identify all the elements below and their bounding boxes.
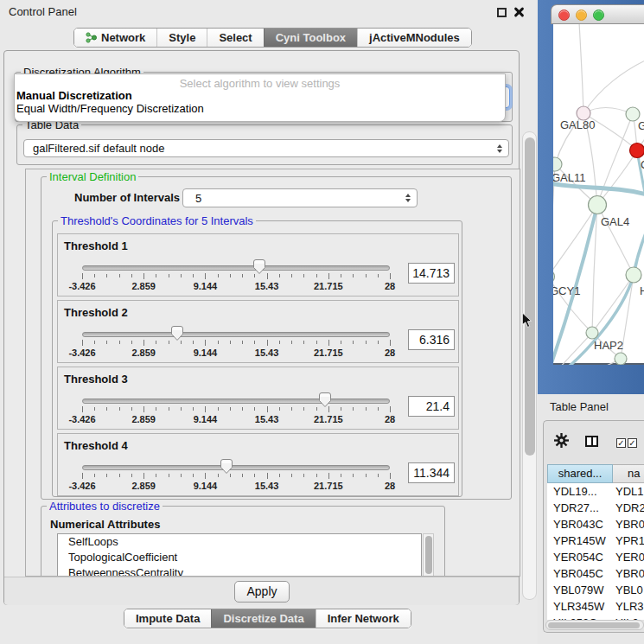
- column-header-name[interactable]: na: [613, 464, 644, 483]
- attribute-item[interactable]: SelfLoops: [58, 534, 421, 550]
- network-node[interactable]: [553, 157, 562, 171]
- table-row[interactable]: YBL079WYBL0: [547, 582, 644, 598]
- network-node[interactable]: [626, 267, 641, 283]
- table-row[interactable]: YDL19...YDL1: [547, 483, 644, 500]
- table-rows: YDL19...YDL1YDR27...YDR2YBR043CYBR0YPR14…: [547, 483, 644, 620]
- numerical-attributes-list[interactable]: SelfLoopsTopologicalCoefficientBetweenne…: [57, 533, 422, 577]
- tab-network[interactable]: Network: [74, 29, 156, 47]
- algorithm-option[interactable]: Manual Discretization: [15, 89, 505, 102]
- thresholds-group: Threshold's Coordinates for 5 Intervals …: [52, 220, 462, 497]
- tab-cyni-toolbox[interactable]: Cyni Toolbox: [264, 29, 357, 47]
- minimize-light-icon[interactable]: [576, 10, 587, 21]
- threshold-label: Threshold 1: [64, 239, 128, 252]
- number-of-intervals-combobox[interactable]: 5: [182, 188, 418, 207]
- attributes-group-label: Attributes to discretize: [47, 500, 163, 513]
- network-window-titlebar[interactable]: [551, 4, 644, 24]
- tab-style[interactable]: Style: [156, 29, 207, 47]
- slider-track[interactable]: [82, 332, 390, 337]
- number-of-intervals-label: Number of Intervals: [74, 191, 180, 204]
- table-panel-title: Table Panel: [550, 400, 609, 413]
- network-desktop: GAL80GACGAL11GAL4GCY1HHAP2: [538, 0, 644, 394]
- stepper-icon: [405, 194, 411, 202]
- network-graph: GAL80GACGAL11GAL4GCY1HHAP2: [553, 24, 644, 365]
- table-row[interactable]: YER054CYER0: [547, 549, 644, 565]
- slider-ticks: [82, 473, 390, 480]
- slider-ticks: [82, 273, 390, 280]
- table-row[interactable]: YBR045CYBR0: [547, 565, 644, 582]
- zoom-light-icon[interactable]: [593, 10, 604, 21]
- network-node-label: GCY1: [553, 284, 580, 297]
- cyni-toolbox-pane: Discretization Algorithm Select algorith…: [3, 50, 520, 605]
- table-data-combobox[interactable]: galFiltered.sif default node: [23, 139, 509, 157]
- threshold-value-field[interactable]: 11.344: [408, 462, 455, 483]
- network-node[interactable]: [630, 143, 644, 158]
- threshold-panel: Threshold 4 -3.4262.8599.14415.4321.7152…: [57, 433, 459, 496]
- tab-jactivemnodules[interactable]: jActiveMNodules: [357, 29, 471, 47]
- float-window-icon[interactable]: [497, 8, 507, 17]
- attributes-scrollbar[interactable]: [423, 533, 434, 577]
- settings-viewport: Interval Definition Number of Intervals …: [25, 169, 520, 577]
- attribute-item[interactable]: BetweennessCentrality: [58, 565, 421, 577]
- checkbox-icon[interactable]: ✓: [616, 438, 626, 448]
- network-node-label: HAP2: [594, 339, 623, 352]
- network-node-label: GAL80: [560, 118, 595, 131]
- network-node-label: GAL11: [553, 171, 586, 184]
- slider-track[interactable]: [82, 265, 390, 271]
- apply-row: Apply: [4, 577, 519, 605]
- tab-impute-data[interactable]: Impute Data: [124, 609, 211, 628]
- slider-track[interactable]: [82, 465, 390, 470]
- threshold-value-field[interactable]: 6.316: [408, 329, 455, 350]
- slider-track[interactable]: [82, 399, 390, 404]
- threshold-value-field[interactable]: 21.4: [408, 396, 455, 417]
- attribute-item[interactable]: TopologicalCoefficient: [58, 550, 421, 565]
- numerical-attributes-label: Numerical Attributes: [50, 518, 160, 531]
- control-panel-tabs: NetworkStyleSelectCyni ToolboxjActiveMNo…: [73, 28, 472, 48]
- table-row[interactable]: YBR043CYBR0: [547, 516, 644, 532]
- tab-discretize-data[interactable]: Discretize Data: [211, 609, 315, 628]
- panel-vertical-scrollbar[interactable]: [522, 131, 537, 600]
- apply-button[interactable]: Apply: [234, 581, 290, 603]
- network-node-label: C: [641, 158, 644, 171]
- network-canvas[interactable]: GAL80GACGAL11GAL4GCY1HHAP2: [553, 24, 644, 365]
- slider-tick-labels: -3.4262.8599.14415.4321.71528: [82, 348, 390, 358]
- interval-definition-group: Interval Definition Number of Intervals …: [41, 176, 512, 500]
- table-row[interactable]: YDR27...YDR2: [547, 500, 644, 516]
- cyni-mode-tabs: Impute DataDiscretize DataInfer Network: [124, 609, 411, 628]
- network-node[interactable]: [586, 327, 598, 339]
- network-node-label: H: [640, 284, 644, 297]
- app-root: Control Panel NetworkStyleSelectCyni Too…: [0, 0, 644, 644]
- slider-tick-labels: -3.4262.8599.14415.4321.71528: [82, 481, 390, 491]
- node-table-panel: ✓ ✓ shared... na YDL19...YDL1YDR27...YDR…: [543, 420, 644, 633]
- attributes-group: Attributes to discretize Numerical Attri…: [41, 506, 445, 577]
- threshold-label: Threshold 2: [64, 306, 128, 319]
- network-node[interactable]: [553, 271, 555, 284]
- column-header-shared-name[interactable]: shared...: [547, 464, 613, 483]
- close-icon[interactable]: [513, 6, 524, 17]
- stepper-icon: [497, 144, 502, 153]
- table-horizontal-scrollbar[interactable]: [545, 620, 644, 630]
- checkbox-icon[interactable]: ✓: [628, 438, 637, 448]
- slider-ticks: [82, 406, 390, 413]
- threshold-panel: Threshold 3 -3.4262.8599.14415.4321.7152…: [57, 367, 459, 430]
- table-row[interactable]: YLR345WYLR3: [547, 598, 644, 615]
- algorithm-option[interactable]: Equal Width/Frequency Discretization: [15, 102, 505, 115]
- slider-tick-labels: -3.4262.8599.14415.4321.71528: [82, 414, 390, 424]
- mouse-cursor-icon: [522, 313, 532, 328]
- algorithm-prompt: Select algorithm to view settings: [15, 74, 505, 89]
- tab-infer-network[interactable]: Infer Network: [316, 609, 411, 628]
- threshold-value-field[interactable]: 14.713: [408, 263, 455, 284]
- panel-title: Control Panel: [9, 5, 77, 18]
- network-icon: [86, 32, 97, 43]
- network-node[interactable]: [615, 353, 627, 365]
- network-node[interactable]: [589, 196, 607, 214]
- table-row[interactable]: YPR145WYPR1: [547, 532, 644, 549]
- slider-tick-labels: -3.4262.8599.14415.4321.71528: [82, 281, 390, 291]
- gear-icon[interactable]: [554, 433, 569, 448]
- threshold-label: Threshold 3: [64, 373, 128, 386]
- close-light-icon[interactable]: [558, 10, 570, 21]
- table-panel-section: Table Panel ✓ ✓ shared... na YDL19...YDL…: [538, 394, 644, 644]
- column-layout-icon[interactable]: [585, 436, 598, 447]
- threshold-label: Threshold 4: [64, 439, 128, 452]
- tab-select[interactable]: Select: [207, 29, 263, 47]
- threshold-panel: Threshold 1 -3.4262.8599.14415.4321.7152…: [57, 233, 459, 296]
